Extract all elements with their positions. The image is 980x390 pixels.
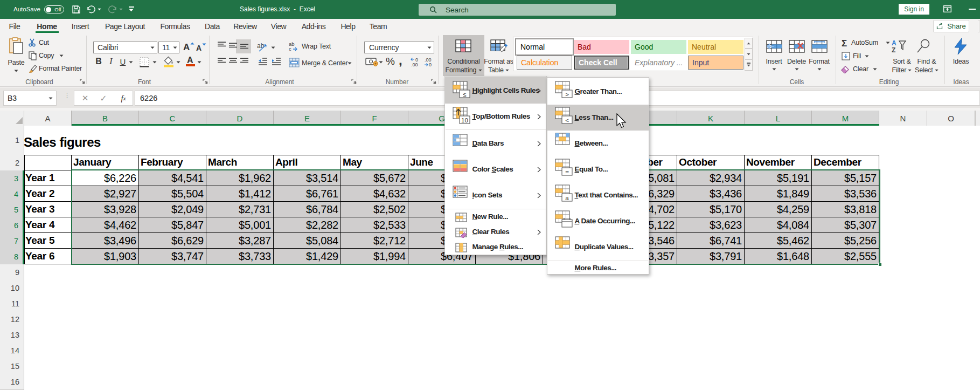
svg-text:<: < bbox=[565, 117, 569, 124]
svg-text:10: 10 bbox=[461, 117, 468, 124]
svg-text:=: = bbox=[565, 169, 569, 175]
svg-text:≤: ≤ bbox=[463, 91, 466, 98]
svg-text:A: A bbox=[892, 39, 896, 47]
svg-text:Z: Z bbox=[892, 46, 895, 53]
svg-text:ab: ab bbox=[257, 42, 265, 50]
svg-text:a: a bbox=[565, 195, 569, 201]
svg-text:>: > bbox=[565, 91, 569, 98]
svg-text:.00: .00 bbox=[411, 62, 418, 67]
svg-text:c: c bbox=[289, 46, 291, 52]
svg-text:0: 0 bbox=[429, 62, 432, 67]
